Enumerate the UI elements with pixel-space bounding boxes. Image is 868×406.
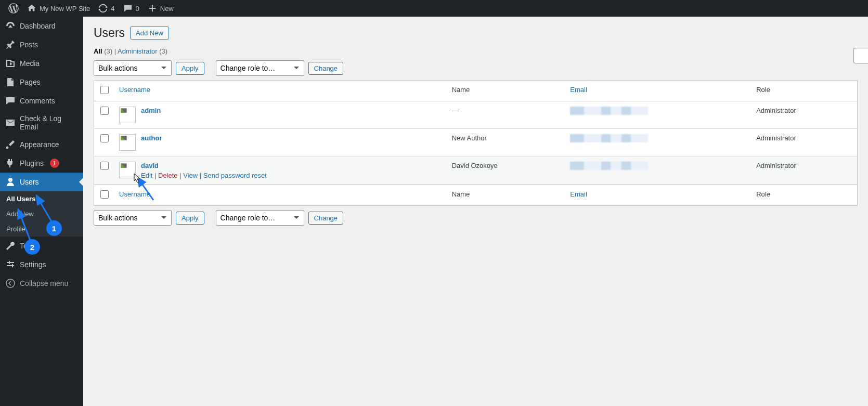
table-row: davidEdit | Delete | View | Send passwor… — [94, 156, 858, 185]
row-action-view[interactable]: View — [183, 172, 198, 179]
cell-role: Administrator — [751, 129, 857, 156]
mail-icon — [5, 117, 16, 128]
svg-rect-3 — [121, 163, 126, 167]
collapse-icon — [5, 278, 16, 289]
svg-point-0 — [6, 279, 15, 287]
sidebar-item-media[interactable]: Media — [0, 54, 83, 73]
home-icon — [27, 4, 36, 13]
sidebar-item-posts[interactable]: Posts — [0, 35, 83, 54]
cell-name: — — [447, 101, 565, 129]
comments-count: 0 — [136, 5, 139, 12]
avatar — [119, 134, 136, 151]
sidebar-item-label: Pages — [20, 78, 41, 86]
apply-button-top[interactable]: Apply — [176, 62, 204, 75]
wordpress-icon — [8, 3, 19, 14]
comment-icon — [123, 4, 133, 13]
cell-name: David Ozokoye — [447, 156, 565, 185]
filter-administrator[interactable]: Administrator (3) — [118, 47, 167, 55]
filter-all[interactable]: All (3) — [94, 47, 112, 55]
col-role: Role — [751, 81, 857, 101]
plugin-update-badge: 1 — [50, 159, 59, 168]
collapse-label: Collapse menu — [20, 279, 68, 287]
brush-icon — [5, 139, 16, 150]
plug-icon — [5, 158, 16, 168]
sidebar-item-pages[interactable]: Pages — [0, 73, 83, 91]
sidebar-item-label: Comments — [20, 97, 55, 105]
cell-role: Administrator — [751, 156, 857, 185]
search-input-partial[interactable] — [853, 48, 868, 63]
change-button-top[interactable]: Change — [308, 62, 344, 75]
username-link[interactable]: admin — [141, 107, 161, 114]
bulk-actions-select[interactable]: Bulk actions — [94, 60, 172, 76]
sidebar-item-label: Posts — [20, 41, 38, 49]
sidebar-item-users[interactable]: Users — [0, 173, 83, 191]
col-name: Name — [447, 81, 565, 101]
topbar-site-link[interactable]: My New WP Site — [23, 0, 94, 17]
tablenav-top: Bulk actions Apply Change role to… Chang… — [94, 60, 858, 76]
cell-email — [565, 129, 751, 156]
select-all-top[interactable] — [100, 86, 109, 94]
page-title: Users — [94, 26, 125, 40]
select-all-bottom[interactable] — [100, 190, 109, 199]
svg-rect-2 — [121, 136, 126, 140]
page-content: Users Add New All (3) | Administrator (3… — [83, 17, 868, 406]
cell-role: Administrator — [751, 101, 857, 129]
user-icon — [5, 177, 16, 187]
sidebar-item-label: Users — [20, 178, 39, 186]
sidebar-item-plugins[interactable]: Plugins1 — [0, 154, 83, 173]
media-icon — [5, 58, 16, 69]
cursor-pointer-icon — [133, 173, 142, 185]
updates-count: 4 — [111, 5, 114, 12]
sidebar-item-label: Media — [20, 59, 40, 68]
table-row: admin—Administrator — [94, 101, 858, 129]
col-name-foot: Name — [447, 185, 565, 206]
change-button-bottom[interactable]: Change — [308, 212, 344, 225]
apply-button-bottom[interactable]: Apply — [176, 212, 204, 225]
avatar — [119, 107, 136, 123]
cell-email — [565, 101, 751, 129]
plus-icon — [148, 4, 157, 13]
username-link[interactable]: author — [141, 134, 162, 142]
sidebar-item-label: Plugins — [20, 159, 44, 167]
sidebar-item-label: Dashboard — [20, 22, 56, 30]
topbar-new[interactable]: New — [144, 0, 178, 17]
comment-icon — [5, 96, 16, 106]
sidebar-item-dashboard[interactable]: Dashboard — [0, 17, 83, 35]
add-new-button[interactable]: Add New — [130, 27, 169, 40]
sidebar-item-comments[interactable]: Comments — [0, 91, 83, 110]
page-icon — [5, 77, 16, 87]
bulk-actions-select-bottom[interactable]: Bulk actions — [94, 210, 172, 226]
topbar-updates[interactable]: 4 — [94, 0, 119, 17]
sidebar-item-check-log-email[interactable]: Check & Log Email — [0, 110, 83, 135]
row-action-reset[interactable]: Send password reset — [203, 172, 267, 179]
sidebar-item-label: Appearance — [20, 140, 59, 149]
change-role-select-bottom[interactable]: Change role to… — [216, 210, 304, 226]
cell-email — [565, 156, 751, 185]
row-checkbox[interactable] — [100, 134, 109, 142]
sidebar-item-label: Check & Log Email — [20, 114, 78, 131]
admin-topbar: My New WP Site 4 0 New — [0, 0, 868, 17]
table-row: authorNew AuthorAdministrator — [94, 129, 858, 156]
wp-logo[interactable] — [4, 0, 23, 17]
tablenav-bottom: Bulk actions Apply Change role to… Chang… — [94, 210, 858, 226]
username-link[interactable]: david — [141, 162, 159, 169]
sidebar-item-label: Settings — [20, 260, 46, 269]
col-email[interactable]: Email — [565, 81, 751, 101]
collapse-menu[interactable]: Collapse menu — [0, 274, 83, 293]
row-checkbox[interactable] — [100, 162, 109, 170]
annotation-step-2: 2 — [24, 239, 40, 255]
col-username[interactable]: Username — [114, 81, 447, 101]
view-filters: All (3) | Administrator (3) — [94, 47, 858, 55]
sidebar-item-appearance[interactable]: Appearance — [0, 135, 83, 154]
sidebar-item-settings[interactable]: Settings — [0, 255, 83, 274]
row-checkbox[interactable] — [100, 107, 109, 115]
topbar-comments[interactable]: 0 — [119, 0, 144, 17]
col-email-foot[interactable]: Email — [565, 185, 751, 206]
col-role-foot: Role — [751, 185, 857, 206]
new-label: New — [160, 5, 174, 12]
users-table: Username Name Email Role admin—Administr… — [94, 80, 858, 206]
cell-name: New Author — [447, 129, 565, 156]
annotation-step-1: 1 — [46, 220, 62, 236]
sidebar-item-tools[interactable]: Tools — [0, 237, 83, 255]
change-role-select[interactable]: Change role to… — [216, 60, 304, 76]
